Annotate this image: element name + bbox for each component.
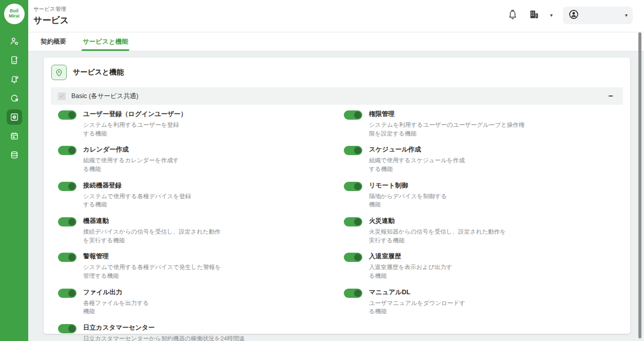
feature-toggle[interactable]: [58, 146, 76, 155]
feature-title: 火災連動: [369, 217, 506, 225]
feature-title: リモート制御: [369, 181, 447, 190]
feature-desc: 組織で使用するスケジュールを作成 する機能: [369, 156, 464, 173]
breadcrumb: サービス管理: [33, 6, 66, 13]
feature-toggle[interactable]: [344, 253, 362, 262]
sidebar-item-contracts[interactable]: [7, 52, 22, 68]
feature-item: 機器連動 接続デバイスからの信号を受信し、設定された動作 を実行する機能: [58, 217, 344, 244]
feature-title: マニュアルDL: [369, 288, 465, 297]
feature-item: マニュアルDL ユーザマニュアルをダウンロードす る機能: [344, 288, 623, 316]
caret-down-icon[interactable]: ▾: [550, 13, 553, 18]
toggle-knob: [354, 111, 361, 119]
features-grid: ユーザー登録（ログインユーザー） システムを利用するユーザーを登録 する機能 カ…: [51, 105, 623, 341]
section-title: サービスと機能: [73, 68, 124, 77]
feature-desc: システムで使用する各種デバイスを登録 する機能: [83, 192, 191, 209]
main-area: サービス管理 サービス ▾: [28, 0, 644, 341]
feature-desc: 各種ファイルを出力する 機能: [83, 299, 149, 316]
sidebar-item-sync[interactable]: [7, 90, 22, 106]
sidebar-item-services[interactable]: [7, 109, 22, 125]
feature-title: カレンダー作成: [83, 145, 179, 154]
feature-title: 警報管理: [83, 252, 221, 261]
feature-toggle[interactable]: [58, 217, 76, 226]
contract-document-icon: [9, 55, 19, 65]
vertical-scrollbar[interactable]: [638, 32, 641, 338]
features-column-right: 権限管理 システムを利用するユーザーのユーザーグループと操作権 限を設定する機能…: [344, 110, 623, 341]
sidebar-item-calendar[interactable]: [7, 128, 22, 144]
toggle-knob: [68, 325, 75, 332]
feature-item: カレンダー作成 組織で使用するカレンダーを作成す る機能: [58, 145, 344, 173]
feature-desc: 接続デバイスからの信号を受信し、設定された動作 を実行する機能: [83, 228, 221, 244]
feature-desc: 隔地からデバイスを制御する 機能: [369, 192, 447, 209]
collapse-button[interactable]: −: [606, 91, 616, 101]
section-header: サービスと機能: [51, 65, 623, 80]
feature-toggle[interactable]: [58, 324, 76, 333]
feature-desc: 火災報知器からの信号を受信し、設定された動作を 実行する機能: [369, 228, 506, 244]
tab-bar: 契約概要 サービスと機能: [28, 32, 644, 51]
feature-desc: システムを利用するユーザーを登録 する機能: [83, 121, 187, 138]
feature-item: スケジュール作成 組織で使用するスケジュールを作成 する機能: [344, 145, 623, 173]
user-settings-icon: [9, 36, 19, 46]
feature-toggle[interactable]: [344, 289, 362, 298]
feature-item: リモート制御 隔地からデバイスを制御する 機能: [344, 181, 623, 209]
account-menu[interactable]: ▾: [563, 7, 633, 24]
sidebar-item-database[interactable]: [7, 147, 22, 163]
calendar-icon: [9, 131, 19, 141]
toggle-knob: [354, 147, 361, 154]
tab-contract-overview[interactable]: 契約概要: [32, 32, 74, 51]
accordion-header-basic[interactable]: ✓ Basic (各サービス共通) −: [51, 87, 623, 105]
content-area: サービスと機能 ✓ Basic (各サービス共通) − ユーザー登録（ログインユ…: [28, 51, 644, 341]
topbar-actions: ▾ ▾: [507, 7, 633, 24]
feature-item: ファイル出力 各種ファイルを出力する 機能: [58, 288, 344, 316]
toggle-knob: [68, 254, 75, 261]
organization-icon[interactable]: [529, 9, 540, 22]
feature-desc: 入退室履歴を表示および出力す る機能: [369, 263, 452, 280]
toggle-knob: [354, 183, 361, 190]
features-column-left: ユーザー登録（ログインユーザー） システムを利用するユーザーを登録 する機能 カ…: [58, 110, 344, 341]
feature-title: 接続機器登録: [83, 181, 191, 190]
sidebar: Buil Mirai: [0, 0, 28, 341]
feature-toggle[interactable]: [344, 217, 362, 226]
toggle-knob: [354, 254, 361, 261]
feature-title: 権限管理: [369, 110, 524, 119]
app-logo[interactable]: Buil Mirai: [4, 4, 25, 24]
logo-text-line2: Mirai: [9, 14, 19, 19]
feature-item: 火災連動 火災報知器からの信号を受信し、設定された動作を 実行する機能: [344, 217, 623, 244]
feature-toggle[interactable]: [344, 182, 362, 191]
sidebar-item-notifications[interactable]: [7, 71, 22, 87]
database-icon: [9, 150, 19, 160]
feature-title: スケジュール作成: [369, 145, 464, 154]
basic-checkbox: ✓: [58, 92, 66, 100]
feature-item: 日立カスタマーセンター 日立カスタマーセンターから契約機器の稼働状況を24時間遠…: [58, 324, 344, 341]
service-settings-icon: [9, 112, 19, 122]
feature-toggle[interactable]: [58, 253, 76, 262]
sidebar-item-users[interactable]: [7, 33, 22, 49]
topbar: サービス管理 サービス ▾: [28, 0, 644, 32]
caret-down-icon: ▾: [625, 13, 628, 18]
page-title: サービス: [33, 14, 69, 26]
feature-toggle[interactable]: [58, 182, 76, 191]
feature-desc: システムで使用する各種デバイスで発生した警報を 管理する機能: [83, 263, 221, 280]
feature-title: 日立カスタマーセンター: [83, 324, 245, 332]
toggle-knob: [68, 218, 75, 225]
feature-desc: 組織で使用するカレンダーを作成す る機能: [83, 156, 179, 173]
tab-services-features[interactable]: サービスと機能: [74, 32, 136, 51]
toggle-knob: [354, 290, 361, 297]
toggle-knob: [68, 290, 75, 297]
feature-title: 入退室履歴: [369, 252, 452, 261]
feature-item: 権限管理 システムを利用するユーザーのユーザーグループと操作権 限を設定する機能: [344, 110, 623, 138]
feature-toggle[interactable]: [344, 146, 362, 155]
services-card: サービスと機能 ✓ Basic (各サービス共通) − ユーザー登録（ログインユ…: [44, 58, 630, 334]
location-pin-icon: [51, 65, 67, 80]
feature-item: 接続機器登録 システムで使用する各種デバイスを登録 する機能: [58, 181, 344, 209]
feature-item: 入退室履歴 入退室履歴を表示および出力す る機能: [344, 252, 623, 280]
toggle-knob: [68, 111, 75, 119]
feature-desc: システムを利用するユーザーのユーザーグループと操作権 限を設定する機能: [369, 121, 524, 138]
sync-settings-icon: [9, 93, 19, 103]
feature-toggle[interactable]: [344, 110, 362, 120]
accordion-label: Basic (各サービス共通): [71, 92, 139, 101]
toggle-knob: [68, 147, 75, 154]
notification-settings-icon: [9, 74, 19, 84]
notifications-icon[interactable]: [507, 9, 518, 22]
feature-toggle[interactable]: [58, 110, 76, 120]
feature-toggle[interactable]: [58, 289, 76, 298]
feature-item: ユーザー登録（ログインユーザー） システムを利用するユーザーを登録 する機能: [58, 110, 344, 138]
